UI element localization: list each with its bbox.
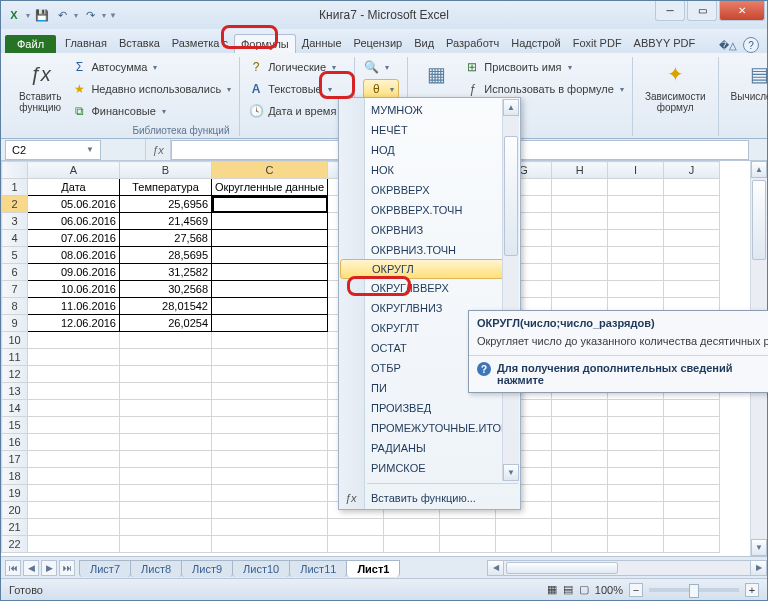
menu-item-окрвниз.точн[interactable]: ОКРВНИЗ.ТОЧН	[339, 240, 520, 260]
financial-button[interactable]: ⧉Финансовые▾	[71, 101, 231, 121]
cell-C18[interactable]	[212, 468, 328, 485]
cell-B21[interactable]	[120, 519, 212, 536]
cell-I22[interactable]	[608, 536, 664, 553]
col-header-H[interactable]: H	[552, 162, 608, 179]
cell-C4[interactable]	[212, 230, 328, 247]
cell-B2[interactable]: 25,6956	[120, 196, 212, 213]
cell-A5[interactable]: 08.06.2016	[28, 247, 120, 264]
cell-J18[interactable]	[664, 468, 720, 485]
logical-button[interactable]: ?Логические▾	[248, 57, 346, 77]
cell-A14[interactable]	[28, 400, 120, 417]
row-header[interactable]: 16	[2, 434, 28, 451]
menu-item-нечёт[interactable]: НЕЧЁТ	[339, 120, 520, 140]
cell-B5[interactable]: 28,5695	[120, 247, 212, 264]
col-header-B[interactable]: B	[120, 162, 212, 179]
cell-C21[interactable]	[212, 519, 328, 536]
menu-item-произвед[interactable]: ПРОИЗВЕД	[339, 398, 520, 418]
cell-J22[interactable]	[664, 536, 720, 553]
cell-B13[interactable]	[120, 383, 212, 400]
cell-J21[interactable]	[664, 519, 720, 536]
cell-H19[interactable]	[552, 485, 608, 502]
cell-A15[interactable]	[28, 417, 120, 434]
col-header-C[interactable]: C	[212, 162, 328, 179]
cell-C19[interactable]	[212, 485, 328, 502]
scroll-right-button[interactable]: ▶	[750, 561, 766, 575]
row-header[interactable]: 20	[2, 502, 28, 519]
col-header-J[interactable]: J	[664, 162, 720, 179]
redo-icon[interactable]: ↷	[81, 6, 99, 24]
minimize-button[interactable]: ─	[655, 1, 685, 21]
cell-H4[interactable]	[552, 230, 608, 247]
name-box[interactable]: C2 ▼	[5, 140, 101, 160]
row-header[interactable]: 15	[2, 417, 28, 434]
row-header[interactable]: 1	[2, 179, 28, 196]
use-in-formula-button[interactable]: ƒИспользовать в формуле▾	[464, 79, 624, 99]
cell-A13[interactable]	[28, 383, 120, 400]
cell-I1[interactable]	[608, 179, 664, 196]
scroll-down-button[interactable]: ▼	[751, 539, 767, 556]
app-icon[interactable]: X	[5, 6, 23, 24]
menu-item-окрвверх[interactable]: ОКРВВЕРХ	[339, 180, 520, 200]
cell-H14[interactable]	[552, 400, 608, 417]
menu-scroll-thumb[interactable]	[504, 136, 518, 256]
row-header[interactable]: 22	[2, 536, 28, 553]
cell-H7[interactable]	[552, 281, 608, 298]
cell-A3[interactable]: 06.06.2016	[28, 213, 120, 230]
cell-J1[interactable]	[664, 179, 720, 196]
undo-icon[interactable]: ↶	[53, 6, 71, 24]
cell-A7[interactable]: 10.06.2016	[28, 281, 120, 298]
cell-C6[interactable]	[212, 264, 328, 281]
cell-I21[interactable]	[608, 519, 664, 536]
tooltip-help[interactable]: ? Для получения дополнительных сведений …	[469, 355, 768, 392]
cell-I7[interactable]	[608, 281, 664, 298]
cell-A20[interactable]	[28, 502, 120, 519]
cell-C20[interactable]	[212, 502, 328, 519]
cell-I16[interactable]	[608, 434, 664, 451]
zoom-slider[interactable]	[649, 588, 739, 592]
menu-scroll-up-icon[interactable]: ▲	[503, 99, 519, 116]
select-all-corner[interactable]	[2, 162, 28, 179]
cell-B17[interactable]	[120, 451, 212, 468]
row-header[interactable]: 3	[2, 213, 28, 230]
tab-разработч[interactable]: Разработч	[440, 34, 505, 53]
insert-function-menu-item[interactable]: ƒx Вставить функцию...	[339, 487, 520, 509]
cell-F22[interactable]	[440, 536, 496, 553]
cell-I18[interactable]	[608, 468, 664, 485]
menu-scroll-down-icon[interactable]: ▼	[503, 464, 519, 481]
cell-I3[interactable]	[608, 213, 664, 230]
sheet-tab-лист9[interactable]: Лист9	[181, 560, 233, 577]
tab-вид[interactable]: Вид	[408, 34, 440, 53]
tab-рецензир[interactable]: Рецензир	[348, 34, 409, 53]
cell-B22[interactable]	[120, 536, 212, 553]
cell-H22[interactable]	[552, 536, 608, 553]
row-header[interactable]: 10	[2, 332, 28, 349]
row-header[interactable]: 8	[2, 298, 28, 315]
cell-C15[interactable]	[212, 417, 328, 434]
tab-надстрой[interactable]: Надстрой	[505, 34, 566, 53]
cell-C9[interactable]	[212, 315, 328, 332]
row-header[interactable]: 18	[2, 468, 28, 485]
cell-A19[interactable]	[28, 485, 120, 502]
row-header[interactable]: 6	[2, 264, 28, 281]
cell-A9[interactable]: 12.06.2016	[28, 315, 120, 332]
cell-J15[interactable]	[664, 417, 720, 434]
tab-abbyy pdf[interactable]: ABBYY PDF	[628, 34, 702, 53]
ribbon-minimize-icon[interactable]: �△	[719, 40, 737, 51]
lookup-icon-button[interactable]: 🔍▾	[363, 57, 399, 77]
row-header[interactable]: 19	[2, 485, 28, 502]
cell-I15[interactable]	[608, 417, 664, 434]
zoom-value[interactable]: 100%	[595, 584, 623, 596]
define-name-button[interactable]: ⊞Присвоить имя▾	[464, 57, 624, 77]
cell-I6[interactable]	[608, 264, 664, 281]
cell-J4[interactable]	[664, 230, 720, 247]
cell-I2[interactable]	[608, 196, 664, 213]
menu-item-окрвниз[interactable]: ОКРВНИЗ	[339, 220, 520, 240]
cell-E22[interactable]	[384, 536, 440, 553]
menu-item-округл[interactable]: ОКРУГЛ	[340, 259, 519, 279]
col-header-I[interactable]: I	[608, 162, 664, 179]
cell-I17[interactable]	[608, 451, 664, 468]
cell-C3[interactable]	[212, 213, 328, 230]
maximize-button[interactable]: ▭	[687, 1, 717, 21]
row-header[interactable]: 11	[2, 349, 28, 366]
cell-H6[interactable]	[552, 264, 608, 281]
